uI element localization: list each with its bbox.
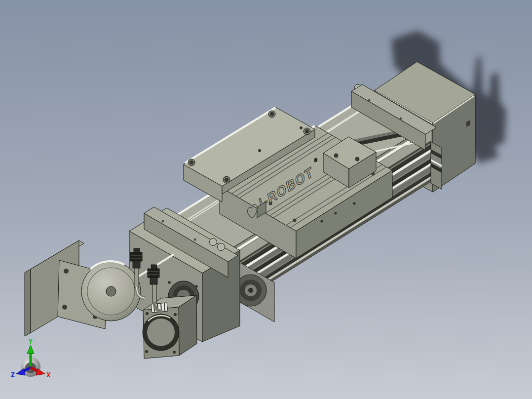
axis-x-label: X [46, 371, 51, 379]
gear-head-motor[interactable] [143, 295, 197, 359]
connector-stem [152, 284, 156, 303]
motor-body[interactable] [81, 261, 141, 321]
guide-rod-end [218, 243, 225, 251]
connector-cap [130, 252, 142, 261]
guide-rod-end [210, 239, 217, 246]
axis-z-label: Z [11, 371, 15, 379]
rail-end-stub [431, 142, 442, 189]
axis-y-label: Y [29, 337, 33, 345]
connector-cap [148, 269, 159, 278]
connector-stem [135, 268, 139, 288]
cad-viewport[interactable]: i-ROBOT [0, 0, 532, 399]
